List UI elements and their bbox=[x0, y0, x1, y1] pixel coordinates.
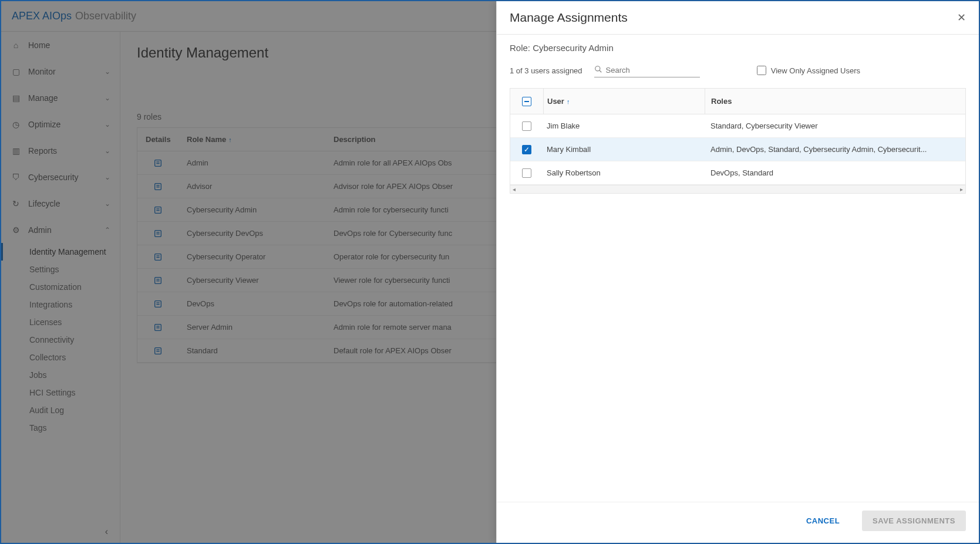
column-roles[interactable]: Roles bbox=[705, 89, 965, 114]
user-table-header: User↑ Roles bbox=[510, 89, 965, 114]
user-check-cell bbox=[510, 121, 543, 131]
user-checkbox[interactable] bbox=[522, 168, 531, 178]
user-check-cell bbox=[510, 168, 543, 178]
user-check-cell bbox=[510, 145, 543, 154]
user-roles: Standard, Cybersecurity Viewer bbox=[705, 114, 965, 138]
view-only-group: View Only Assigned Users bbox=[757, 66, 860, 75]
close-icon: ✕ bbox=[957, 12, 966, 23]
panel-footer: CANCEL SAVE ASSIGNMENTS bbox=[497, 502, 979, 543]
user-name: Mary Kimball bbox=[543, 145, 705, 154]
user-roles: DevOps, Standard bbox=[705, 161, 965, 185]
column-user[interactable]: User↑ bbox=[543, 89, 705, 114]
user-name: Sally Robertson bbox=[543, 168, 705, 177]
manage-assignments-panel: Manage Assignments ✕ Role: Cybersecurity… bbox=[496, 1, 979, 543]
svg-point-27 bbox=[595, 66, 600, 71]
user-row[interactable]: Sally RobertsonDevOps, Standard bbox=[510, 161, 965, 185]
assigned-count: 1 of 3 users assigned bbox=[510, 66, 582, 75]
panel-body: User↑ Roles Jim BlakeStandard, Cybersecu… bbox=[497, 82, 979, 502]
user-row[interactable]: Mary KimballAdmin, DevOps, Standard, Cyb… bbox=[510, 138, 965, 161]
horizontal-scrollbar[interactable]: ◂ ▸ bbox=[510, 185, 966, 194]
cancel-button[interactable]: CANCEL bbox=[796, 511, 850, 531]
panel-title: Manage Assignments bbox=[510, 11, 628, 25]
view-only-label: View Only Assigned Users bbox=[771, 66, 860, 75]
svg-line-28 bbox=[599, 70, 601, 73]
select-all-cell bbox=[510, 97, 543, 106]
user-checkbox[interactable] bbox=[522, 121, 531, 131]
user-checkbox[interactable] bbox=[522, 145, 531, 154]
user-row[interactable]: Jim BlakeStandard, Cybersecurity Viewer bbox=[510, 114, 965, 138]
search-field[interactable] bbox=[594, 63, 700, 77]
panel-header: Manage Assignments ✕ bbox=[497, 1, 979, 35]
user-roles: Admin, DevOps, Standard, Cybersecurity A… bbox=[705, 138, 965, 161]
user-table: User↑ Roles Jim BlakeStandard, Cybersecu… bbox=[510, 88, 966, 185]
view-only-checkbox[interactable] bbox=[757, 66, 766, 75]
save-assignments-button[interactable]: SAVE ASSIGNMENTS bbox=[862, 511, 966, 531]
select-all-checkbox[interactable] bbox=[522, 97, 531, 106]
panel-controls: 1 of 3 users assigned View Only Assigned… bbox=[510, 63, 966, 77]
search-icon bbox=[594, 65, 602, 75]
sort-ascending-icon: ↑ bbox=[567, 98, 570, 105]
scroll-right-icon: ▸ bbox=[960, 186, 963, 192]
role-label: Role: Cybersecurity Admin bbox=[510, 43, 966, 53]
close-button[interactable]: ✕ bbox=[957, 11, 966, 24]
user-name: Jim Blake bbox=[543, 121, 705, 130]
search-input[interactable] bbox=[605, 63, 707, 77]
scroll-left-icon: ◂ bbox=[513, 186, 516, 192]
panel-subheader: Role: Cybersecurity Admin 1 of 3 users a… bbox=[497, 35, 979, 82]
